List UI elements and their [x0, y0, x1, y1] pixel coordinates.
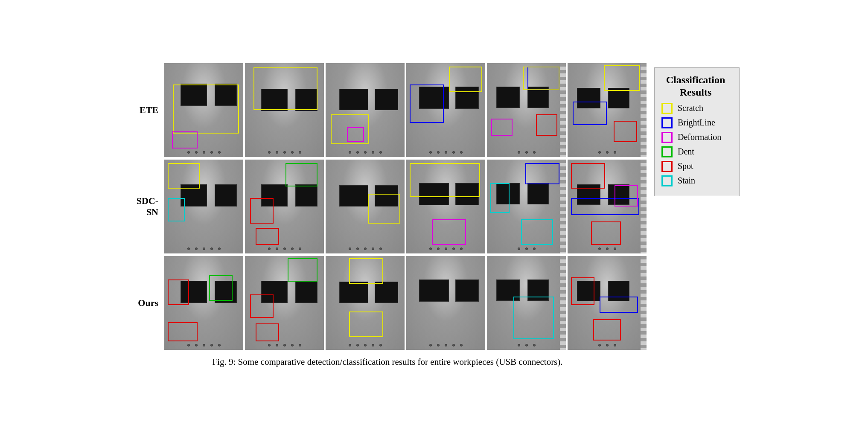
- legend-item-spot: Spot: [661, 161, 730, 172]
- sdcsn-label: SDC-SN: [128, 195, 163, 218]
- ours-img-2: [245, 256, 324, 350]
- ours-img-4: [406, 256, 485, 350]
- sdcsn-img-5: [487, 160, 566, 253]
- scratch-label: Scratch: [678, 103, 703, 113]
- deformation-color-box: [661, 132, 673, 143]
- sdcsn-img-4: [406, 160, 485, 253]
- ete-label: ETE: [128, 105, 163, 116]
- legend-item-stain: Stain: [661, 175, 730, 186]
- sdcsn-img-2: [245, 160, 324, 253]
- ete-img-6: [568, 63, 647, 157]
- dent-color-box: [661, 146, 673, 157]
- ours-img-1: [164, 256, 243, 350]
- ours-img-3: [326, 256, 405, 350]
- ours-row-group: Ours: [128, 256, 647, 350]
- spot-label: Spot: [678, 161, 693, 171]
- ete-img-2: [245, 63, 324, 157]
- figure-caption: Fig. 9: Some comparative detection/class…: [128, 357, 647, 367]
- sdcsn-row-group: SDC-SN: [128, 160, 647, 253]
- ete-images-row: [164, 63, 647, 157]
- ete-img-3: [326, 63, 405, 157]
- dent-label: Dent: [678, 147, 694, 157]
- ete-img-1: [164, 63, 243, 157]
- sdcsn-img-6: [568, 160, 647, 253]
- scratch-color-box: [661, 103, 673, 114]
- legend-item-scratch: Scratch: [661, 103, 730, 114]
- sdcsn-img-1: [164, 160, 243, 253]
- legend-item-brightline: BrightLine: [661, 117, 730, 128]
- sdcsn-images-row: [164, 160, 647, 253]
- ours-images-row: [164, 256, 647, 350]
- brightline-label: BrightLine: [678, 118, 715, 128]
- ete-row-group: ETE: [128, 63, 647, 157]
- brightline-color-box: [661, 117, 673, 128]
- ete-img-5: [487, 63, 566, 157]
- ours-img-6: [568, 256, 647, 350]
- stain-color-box: [661, 175, 673, 186]
- legend-item-dent: Dent: [661, 146, 730, 157]
- grid-section: ETE: [128, 63, 647, 367]
- ete-img-4: [406, 63, 485, 157]
- ours-label: Ours: [128, 297, 163, 308]
- main-container: ETE: [116, 55, 752, 367]
- ours-img-5: [487, 256, 566, 350]
- deformation-label: Deformation: [678, 132, 721, 142]
- legend-title: Classification Results: [661, 74, 730, 99]
- sdcsn-img-3: [326, 160, 405, 253]
- spot-color-box: [661, 161, 673, 172]
- legend-item-deformation: Deformation: [661, 132, 730, 143]
- stain-label: Stain: [678, 176, 695, 186]
- legend-box: Classification Results Scratch BrightLin…: [654, 67, 740, 196]
